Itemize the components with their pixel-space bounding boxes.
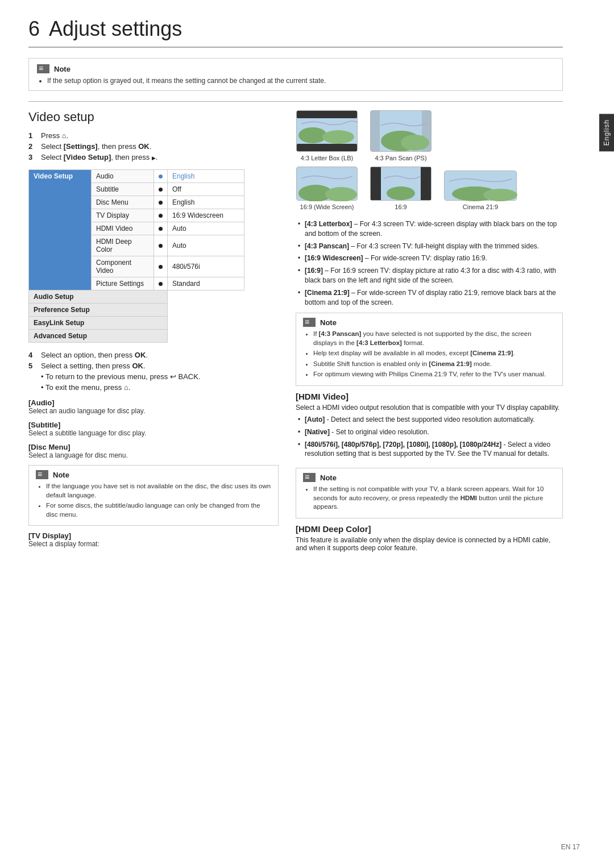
subtitle-subsection-title: [Subtitle] xyxy=(28,421,279,429)
tv-img-panscan: 4:3 Pan Scan (PS) xyxy=(370,110,432,161)
tv-img-panscan-label: 4:3 Pan Scan (PS) xyxy=(370,155,432,161)
hdmi-deep-color-title: [HDMI Deep Color] xyxy=(296,524,563,534)
svg-point-5 xyxy=(322,130,354,144)
tv-display-bullet-3: [16:9] – For 16:9 screen TV: display pic… xyxy=(296,266,563,285)
tv-display-subsection: [TV Display] Select a display format: xyxy=(28,531,279,548)
svg-rect-19 xyxy=(421,167,431,200)
disc-menu-subsection-body: Select a language for disc menu. xyxy=(28,451,279,459)
note3-box: Note If [4:3 Panscan] you have selected … xyxy=(296,313,563,386)
letterbox-svg xyxy=(296,110,358,152)
tv-display-body: Select a display format: xyxy=(28,540,279,548)
setup-table: Video Setup Audio English Subtitle Off D… xyxy=(28,169,244,343)
hdmi-video-section: [HDMI Video] Select a HDMI video output … xyxy=(296,392,563,459)
note2-title: Note xyxy=(53,471,69,479)
hdmi-deep-color-body: This feature is available only when the … xyxy=(296,536,563,552)
home-icon xyxy=(62,131,67,140)
169-svg xyxy=(370,166,432,201)
cinema219-svg xyxy=(443,170,517,201)
main-note-list: If the setup option is grayed out, it me… xyxy=(37,77,554,85)
note3-item-4: For optimum viewing with Philips Cinema … xyxy=(313,370,555,379)
note-title: Note xyxy=(54,65,70,73)
svg-point-11 xyxy=(401,135,429,151)
note3-icon xyxy=(303,318,316,327)
main-note-box: Note If the setup option is grayed out, … xyxy=(28,58,563,91)
note3-item-3: Subtitle Shift function is enabled only … xyxy=(313,360,555,369)
svg-point-20 xyxy=(387,186,415,200)
audio-subsection: [Audio] Select an audio language for dis… xyxy=(28,398,279,415)
table-row-preference-setup[interactable]: Preference Setup xyxy=(29,304,244,317)
hdmi-video-bullet-2: [480i/576i], [480p/576p], [720p], [1080i… xyxy=(296,440,563,459)
svg-point-4 xyxy=(298,127,327,143)
note4-list: If the setting is not compatible with yo… xyxy=(303,485,555,512)
step-5-sub1: • To return to the previous menu, press … xyxy=(28,372,279,381)
tv-img-169: 16:9 xyxy=(370,166,432,210)
note2-item-2: For some discs, the subtitle/audio langu… xyxy=(46,501,271,519)
note3-item-1: If [4:3 Panscan] you have selected is no… xyxy=(313,330,555,347)
step-5-sub2: • To exit the menu, press . xyxy=(28,383,279,392)
steps-4-5: 4 Select an option, then press OK. 5 Sel… xyxy=(28,351,279,392)
step-5: 5 Select a setting, then press OK. xyxy=(28,362,279,370)
step-3: 3 Select [Video Setup], then press . xyxy=(28,153,279,161)
page-number: EN 17 xyxy=(561,843,580,851)
audio-subsection-body: Select an audio language for disc play. xyxy=(28,407,279,415)
main-note-item: If the setup option is grayed out, it me… xyxy=(47,77,554,85)
arrow-right-icon xyxy=(152,153,156,161)
step-2: 2 Select [Settings], then press OK. xyxy=(28,142,279,151)
tv-display-bullet-4: [Cinema 21:9] – For wide-screen TV of di… xyxy=(296,288,563,308)
step-1: 1 Press . xyxy=(28,131,279,140)
menu-video-setup: Video Setup xyxy=(29,170,92,290)
side-language-tab: English xyxy=(599,114,614,151)
svg-rect-18 xyxy=(371,167,381,200)
tv-img-widescreen: 16:9 (Wide Screen) xyxy=(296,166,358,210)
panscan-svg xyxy=(370,110,432,152)
note4-title: Note xyxy=(320,474,337,482)
table-row-audio-setup[interactable]: Audio Setup xyxy=(29,290,244,304)
svg-point-15 xyxy=(325,187,357,201)
note-icon xyxy=(37,64,49,73)
hdmi-video-bullet-1: [Native] - Set to original video resolut… xyxy=(296,427,563,437)
tv-img-widescreen-label: 16:9 (Wide Screen) xyxy=(296,203,358,210)
tv-images-row1: 4:3 Letter Box (LB) xyxy=(296,110,563,161)
hdmi-video-bullet-0: [Auto] - Detect and select the best supp… xyxy=(296,415,563,425)
page-heading: 6 Adjust settings xyxy=(28,17,563,48)
menu-audio-setup: Audio Setup xyxy=(29,290,168,304)
audio-subsection-title: [Audio] xyxy=(28,398,279,407)
tv-display-bullet-0: [4:3 Letterbox] – For 4:3 screen TV: wid… xyxy=(296,219,563,239)
hdmi-video-title: [HDMI Video] xyxy=(296,392,563,401)
back-icon xyxy=(170,372,176,381)
tv-img-cinema219-label: Cinema 21:9 xyxy=(443,203,517,210)
svg-rect-1 xyxy=(297,111,357,118)
note2-box: Note If the language you have set is not… xyxy=(28,465,279,526)
disc-menu-subsection-title: [Disc Menu] xyxy=(28,443,279,451)
table-row-advanced-setup[interactable]: Advanced Setup xyxy=(29,330,244,343)
table-row-main[interactable]: Video Setup Audio English xyxy=(29,170,244,183)
hdmi-deep-color-section: [HDMI Deep Color] This feature is availa… xyxy=(296,524,563,552)
note4-icon xyxy=(303,473,316,482)
subtitle-subsection: [Subtitle] Select a subtitle language fo… xyxy=(28,421,279,437)
tv-display-bullet-1: [4:3 Panscan] – For 4:3 screen TV: full-… xyxy=(296,242,563,251)
svg-rect-8 xyxy=(371,111,380,151)
tv-display-bullet-2: [16:9 Widescreen] – For wide-screen TV: … xyxy=(296,254,563,263)
note4-item-1: If the setting is not compatible with yo… xyxy=(313,485,555,512)
note2-item-1: If the language you have set is not avai… xyxy=(46,482,271,500)
note3-item-2: Help text display will be available in a… xyxy=(313,349,555,358)
hdmi-video-body: Select a HDMI video output resolution th… xyxy=(296,404,563,412)
home-icon-2 xyxy=(124,383,128,392)
tv-img-cinema219: Cinema 21:9 xyxy=(443,170,517,210)
svg-rect-2 xyxy=(297,144,357,151)
section-divider xyxy=(28,101,563,102)
tv-img-169-label: 16:9 xyxy=(370,203,432,210)
menu-easylink-setup: EasyLink Setup xyxy=(29,317,168,330)
tv-images-area: 4:3 Letter Box (LB) xyxy=(296,110,563,210)
tv-img-letterbox: 4:3 Letter Box (LB) xyxy=(296,110,358,161)
table-row-easylink-setup[interactable]: EasyLink Setup xyxy=(29,317,244,330)
widescreen-svg xyxy=(296,166,358,201)
step-4: 4 Select an option, then press OK. xyxy=(28,351,279,359)
steps-1-3: 1 Press . 2 Select [Settings], then pres… xyxy=(28,131,279,161)
video-setup-heading: Video setup xyxy=(28,110,279,124)
note3-list: If [4:3 Panscan] you have selected is no… xyxy=(303,330,555,379)
tv-images-row2: 16:9 (Wide Screen) 16:9 xyxy=(296,166,563,210)
note3-title: Note xyxy=(320,318,337,327)
note2-icon xyxy=(36,470,48,479)
subtitle-subsection-body: Select a subtitle language for disc play… xyxy=(28,429,279,437)
